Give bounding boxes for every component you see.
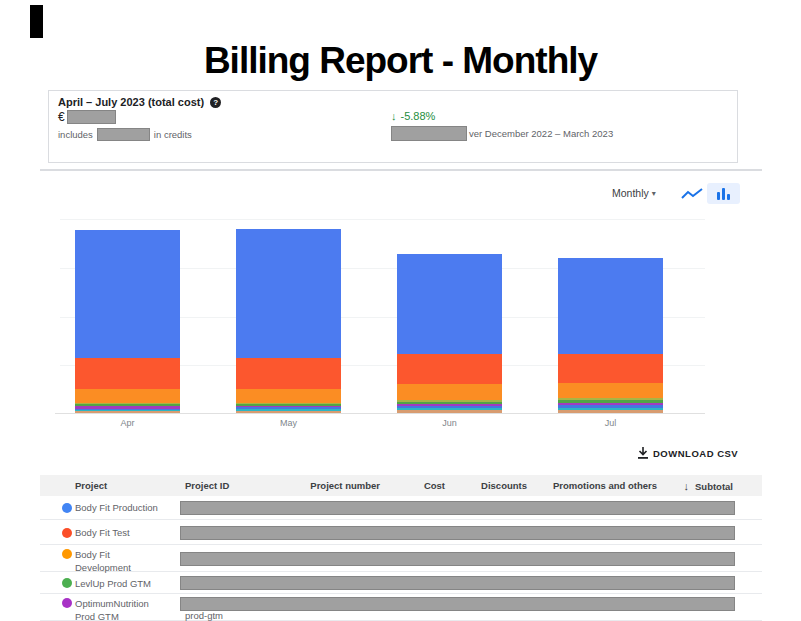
total-cost-amount: € [58,110,116,124]
down-arrow-icon: ↓ [391,110,397,122]
credits-line: includes in credits [58,128,192,141]
column-header-project-id[interactable]: Project ID [185,480,229,491]
bar-segment-body-fit-production[interactable] [397,254,502,354]
bar-segment-body-fit-development[interactable] [397,384,502,400]
comparison-line: ver December 2022 – March 2023 [391,126,613,141]
total-cost-scorecard: April – July 2023 (total cost) ? € inclu… [48,90,738,163]
download-csv-button[interactable]: DOWNLOAD CSV [638,447,738,459]
gridline [60,219,705,220]
bar-segment-body-fit-test[interactable] [75,358,180,389]
redacted-row-values [180,576,735,590]
column-header-project-number[interactable]: Project number [310,480,380,491]
page-title: Billing Report - Monthly [0,40,801,82]
bar-chart-toggle-button[interactable] [707,183,740,204]
interval-dropdown[interactable]: Monthly ▾ [612,187,656,199]
project-name: Body Fit Test [75,526,130,539]
redacted-total-cost [67,110,116,124]
bar-jun [397,254,502,413]
bar-may [236,229,341,413]
bar-chart-icon [717,192,720,200]
bar-segment-unlabeled-project-4[interactable] [236,411,341,413]
line-chart-toggle-button[interactable] [679,185,705,203]
bar-segment-body-fit-development[interactable] [558,383,663,398]
sort-descending-icon: ↓ [684,480,690,492]
scorecard-heading: April – July 2023 (total cost) ? [58,96,221,108]
x-axis-label-jun: Jun [397,418,502,428]
table-row: LevlUp Prod GTM [40,572,762,594]
table-row: Body Fit Production [40,495,762,520]
x-axis-label-jul: Jul [558,418,663,428]
column-header-promotions-and-others[interactable]: Promotions and others [553,480,657,491]
project-color-dot [62,549,72,559]
bar-segment-body-fit-test[interactable] [558,354,663,383]
bar-jul [558,258,663,413]
redaction-mark [30,5,43,38]
currency-symbol: € [58,110,65,124]
project-color-dot [62,503,72,513]
redacted-credits-amount [97,128,150,141]
line-chart-icon [681,187,703,201]
bar-segment-body-fit-production[interactable] [75,230,180,358]
bar-segment-unlabeled-project-4[interactable] [75,411,180,413]
x-axis-label-apr: Apr [75,418,180,428]
column-header-subtotal[interactable]: ↓Subtotal [684,480,734,492]
section-divider [40,169,762,171]
download-csv-label: DOWNLOAD CSV [653,448,738,459]
table-row: Body Fit Test [40,520,762,545]
redacted-row-values [180,526,735,540]
x-axis-line [55,413,705,414]
credits-prefix: includes [58,129,93,140]
bar-chart-icon [722,188,725,200]
table-row: Body FitDevelopment [40,545,762,572]
billing-report-page: Billing Report - Monthly April – July 20… [0,0,801,621]
bar-chart-icon [727,194,730,200]
credits-suffix: in credits [154,129,192,140]
project-name: LevlUp Prod GTM [75,577,151,590]
redacted-row-values [180,501,735,515]
redacted-comparison-amount [391,126,467,141]
column-header-cost[interactable]: Cost [424,480,445,491]
table-header-row: ProjectProject IDProject numberCostDisco… [40,475,762,496]
column-header-discounts[interactable]: Discounts [481,480,527,491]
bar-segment-body-fit-production[interactable] [558,258,663,354]
comparison-text: ver December 2022 – March 2023 [469,128,613,139]
table-row: OptimumNutritionProd GTMprod-gtm [40,594,762,621]
column-header-project[interactable]: Project [75,480,107,491]
bar-segment-body-fit-development[interactable] [236,389,341,403]
project-color-dot [62,528,72,538]
bar-segment-body-fit-test[interactable] [236,358,341,389]
project-color-dot [62,598,72,608]
bar-segment-body-fit-development[interactable] [75,389,180,403]
interval-dropdown-label: Monthly [612,187,649,199]
help-icon[interactable]: ? [210,97,221,108]
chevron-down-icon: ▾ [652,189,656,198]
cost-change: ↓ -5.88% [391,110,435,122]
bar-segment-body-fit-production[interactable] [236,229,341,358]
project-color-dot [62,578,72,588]
bar-segment-unlabeled-project-4[interactable] [558,410,663,414]
bar-apr [75,230,180,413]
x-axis-label-may: May [236,418,341,428]
project-id-visible-text: prod-gtm [185,610,223,621]
redacted-row-values [180,552,735,566]
redacted-row-values [180,597,735,611]
project-name: OptimumNutritionProd GTM [75,597,149,621]
bar-segment-body-fit-test[interactable] [397,354,502,384]
download-icon [638,447,648,459]
scorecard-heading-label: April – July 2023 (total cost) [58,96,204,108]
bar-segment-unlabeled-project-4[interactable] [397,410,502,413]
project-name: Body FitDevelopment [75,548,131,574]
change-percentage: -5.88% [401,110,436,122]
project-name: Body Fit Production [75,501,158,514]
